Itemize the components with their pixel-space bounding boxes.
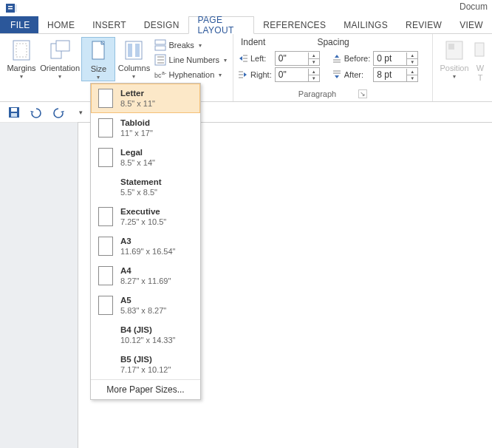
size-option-dim: 11.69" x 16.54" [120,246,175,257]
svg-text:a-: a- [162,70,166,75]
position-button[interactable]: Position ▾ [437,37,471,80]
qat-customize[interactable]: ▾ [74,106,87,119]
indent-left-label: Left: [238,53,272,64]
spacing-after-label: After: [332,69,370,80]
paragraph-launcher[interactable]: ↘ [358,89,367,98]
tab-references[interactable]: REFERENCES [254,16,335,33]
size-option-name: Executive [120,206,166,217]
spinner[interactable]: ▲▼ [308,52,319,65]
position-icon [443,38,466,62]
indent-right-value[interactable] [276,69,308,80]
group-arrange: Position ▾ W T [433,34,492,101]
svg-rect-31 [448,44,454,50]
spinner[interactable]: ▲▼ [406,69,417,81]
size-option-a5[interactable]: A55.83" x 8.27" [91,291,200,320]
size-option-a3[interactable]: A311.69" x 16.54" [91,231,200,261]
size-option-name: B4 (JIS) [120,325,175,335]
line-numbers-icon [154,54,166,66]
margins-button[interactable]: Margins ▾ [4,37,38,80]
paragraph-caption: Paragraph [298,89,336,98]
tab-design[interactable]: DESIGN [135,16,188,33]
size-option-info: Legal8.5" x 14" [120,147,155,168]
spacing-after-input[interactable]: ▲▼ [373,67,418,82]
size-option-legal[interactable]: Legal8.5" x 14" [91,143,200,172]
tab-view[interactable]: VIEW [451,16,492,33]
tab-page-layout[interactable]: PAGE LAYOUT [188,16,255,34]
undo-button[interactable] [30,106,43,119]
position-label: Position [440,64,468,73]
tab-home[interactable]: HOME [38,16,83,33]
size-dropdown: Letter8.5" x 11"Tabloid11" x 17"Legal8.5… [90,83,201,400]
size-option-name: Statement [120,177,162,187]
hyphenation-label: Hyphenation [169,70,215,79]
spacing-before-label: Before: [332,53,370,64]
size-option-b4-jis-[interactable]: B4 (JIS)10.12" x 14.33" [91,320,200,350]
size-button[interactable]: Size ▾ [81,37,115,81]
svg-rect-4 [13,41,30,60]
svg-rect-2 [8,8,13,10]
size-option-dim: 5.5" x 8.5" [120,187,162,197]
svg-rect-32 [475,43,484,56]
tab-insert[interactable]: INSERT [83,16,135,33]
size-option-name: A5 [120,295,166,305]
margins-icon [10,38,33,62]
spacing-before-input[interactable]: ▲▼ [373,51,418,66]
orientation-button[interactable]: Orientation ▾ [40,37,80,80]
page-thumb-icon [98,207,113,226]
svg-rect-3 [15,4,17,12]
page-thumb-icon [98,266,113,285]
hyphenation-button[interactable]: bca- Hyphenation▾ [153,68,228,81]
wrap-text-button[interactable]: W T [473,37,488,83]
save-button[interactable] [7,106,21,119]
document-title: Docum [459,1,488,12]
size-option-dim: 8.5" x 11" [120,98,155,109]
spacing-before-value[interactable] [374,53,406,64]
svg-text:bc: bc [154,72,162,79]
columns-button[interactable]: Columns ▾ [117,37,151,80]
size-option-dim: 7.17" x 10.12" [120,364,171,375]
group-paragraph-label: Paragraph ↘ [238,89,428,100]
size-option-tabloid[interactable]: Tabloid11" x 17" [91,113,200,143]
size-option-a4[interactable]: A48.27" x 11.69" [91,261,200,291]
breaks-button[interactable]: Breaks▾ [153,38,228,52]
page-setup-stack: Breaks▾ Line Numbers▾ bca- Hyphenation▾ [153,37,228,81]
app-icon [6,2,18,14]
size-option-info: B5 (JIS)7.17" x 10.12" [120,354,171,375]
tab-mailings[interactable]: MAILINGS [335,16,397,33]
tab-review[interactable]: REVIEW [397,16,451,33]
size-option-info: Letter8.5" x 11" [120,88,155,109]
svg-rect-7 [56,41,69,51]
chevron-down-icon: ▾ [20,73,23,80]
indent-right-input[interactable]: ▲▼ [275,67,320,82]
size-icon [86,39,110,63]
title-bar: Docum [0,0,492,16]
indent-left-input[interactable]: ▲▼ [275,51,320,66]
svg-rect-34 [11,108,17,112]
redo-button[interactable] [52,106,65,119]
more-paper-sizes[interactable]: More Paper Sizes... [91,379,200,399]
size-option-letter[interactable]: Letter8.5" x 11" [91,84,200,113]
line-numbers-button[interactable]: Line Numbers▾ [153,53,228,67]
page-thumb-icon [98,148,113,167]
size-option-executive[interactable]: Executive7.25" x 10.5" [91,202,200,231]
tab-file[interactable]: FILE [0,16,38,33]
svg-rect-12 [155,40,165,44]
size-option-dim: 8.5" x 14" [120,157,155,168]
size-option-statement[interactable]: Statement5.5" x 8.5" [91,172,200,202]
svg-rect-10 [128,44,132,57]
quick-access-toolbar: ▾ [0,102,492,123]
page-thumb-icon [98,118,113,138]
spinner[interactable]: ▲▼ [406,52,417,65]
spacing-after-value[interactable] [374,69,406,80]
breaks-label: Breaks [169,41,194,50]
ribbon-tabs: FILE HOME INSERT DESIGN PAGE LAYOUT REFE… [0,16,492,34]
chevron-down-icon: ▾ [453,73,456,80]
svg-rect-35 [11,113,17,117]
indent-left-value[interactable] [276,53,308,64]
document-area [0,123,492,448]
margins-label: Margins [7,64,35,73]
size-option-name: B5 (JIS) [120,354,171,364]
spinner[interactable]: ▲▼ [308,69,319,81]
size-option-dim: 8.27" x 11.69" [120,276,171,286]
size-option-b5-jis-[interactable]: B5 (JIS)7.17" x 10.12" [91,350,200,379]
